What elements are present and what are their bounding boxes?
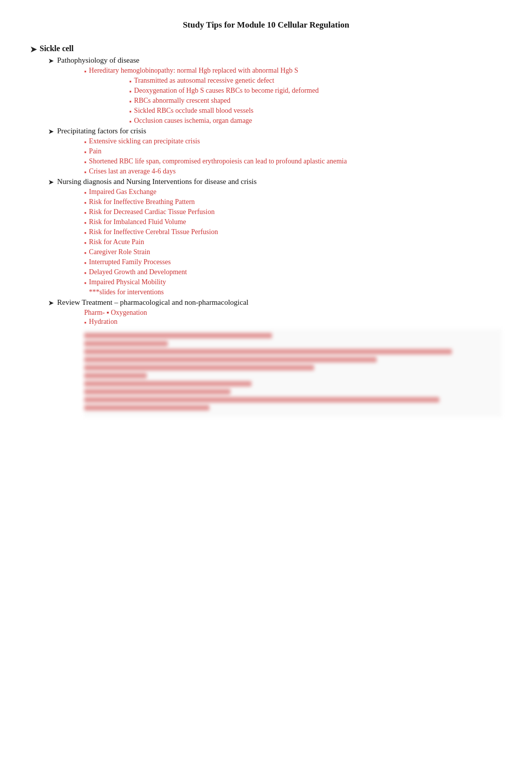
item-text: Delayed Growth and Development — [89, 268, 187, 276]
pharm-text: Pharm- ▪ Oxygenation — [84, 309, 147, 317]
list-item: ▪ RBCs abnormally crescent shaped — [129, 97, 502, 106]
list-item: ▪ Risk for Ineffective Cerebral Tissue P… — [84, 228, 502, 237]
item-text: RBCs abnormally crescent shaped — [134, 97, 230, 105]
l3-group-patho: ▪ Hereditary hemoglobinopathy: normal Hg… — [84, 67, 502, 126]
l2-item-treatment: ➤ Review Treatment – pharmacological and… — [48, 298, 502, 307]
page-container: Study Tips for Module 10 Cellular Regula… — [30, 20, 502, 417]
item-text: Hydration — [89, 318, 118, 326]
page-title: Study Tips for Module 10 Cellular Regula… — [30, 20, 502, 30]
bullet-icon: ▪ — [84, 68, 87, 76]
l1-label-sickle-cell: Sickle cell — [40, 44, 74, 53]
bullet-icon: ▪ — [84, 259, 87, 267]
subsection-patho: ➤ Pathophysiology of disease ▪ Hereditar… — [48, 56, 502, 126]
item-text: Impaired Gas Exchange — [89, 188, 157, 196]
l3-group-treatment: Pharm- ▪ Oxygenation ▪ Hydration — [84, 309, 502, 327]
subsection-treatment: ➤ Review Treatment – pharmacological and… — [48, 298, 502, 417]
list-item: ▪ Crises last an average 4-6 days — [84, 167, 502, 176]
arrow-icon-l1: ➤ — [30, 45, 37, 54]
l1-item-sickle-cell: ➤ Sickle cell — [30, 44, 502, 54]
bullet-icon: ▪ — [84, 148, 87, 156]
l4-group-patho: ▪ Transmitted as autosomal recessive gen… — [129, 77, 502, 126]
item-text: Risk for Ineffective Cerebral Tissue Per… — [89, 228, 218, 236]
item-text: Risk for Decreased Cardiac Tissue Perfus… — [89, 208, 215, 216]
list-item: ▪ Risk for Acute Pain — [84, 238, 502, 247]
bullet-icon: ▪ — [84, 239, 87, 247]
blurred-content — [84, 329, 502, 417]
item-text: Extensive sickling can precipitate crisi… — [89, 137, 200, 145]
bullet-icon: ▪ — [84, 189, 87, 197]
bullet-icon: ▪ — [84, 279, 87, 287]
list-item: ▪ Sickled RBCs occlude small blood vesse… — [129, 107, 502, 116]
bullet-icon: ▪ — [129, 88, 132, 96]
list-item: ▪ Shortened RBC life span, compromised e… — [84, 157, 502, 166]
bullet-icon: ▪ — [84, 269, 87, 277]
l2-label-treatment: Review Treatment – pharmacological and n… — [57, 298, 248, 307]
item-text: Pain — [89, 147, 102, 155]
bullet-icon: ▪ — [84, 199, 87, 207]
list-item: ▪ Impaired Gas Exchange — [84, 188, 502, 197]
bullet-icon: ▪ — [129, 108, 132, 116]
arrow-icon-l2-patho: ➤ — [48, 57, 54, 65]
l2-item-patho: ➤ Pathophysiology of disease — [48, 56, 502, 65]
list-item: ▪ Risk for Decreased Cardiac Tissue Perf… — [84, 208, 502, 217]
l2-label-precipitating: Precipitating factors for crisis — [57, 127, 146, 135]
l2-label-patho: Pathophysiology of disease — [57, 56, 139, 65]
item-text: Impaired Physical Mobility — [89, 278, 166, 286]
item-text: Risk for Imbalanced Fluid Volume — [89, 218, 186, 226]
bullet-icon: ▪ — [84, 209, 87, 217]
list-item: ▪ Interrupted Family Processes — [84, 258, 502, 267]
l2-item-precipitating: ➤ Precipitating factors for crisis — [48, 127, 502, 136]
l3-group-nursing: ▪ Impaired Gas Exchange ▪ Risk for Ineff… — [84, 188, 502, 297]
item-text: Risk for Ineffective Breathing Pattern — [89, 198, 195, 206]
subsection-precipitating: ➤ Precipitating factors for crisis ▪ Ext… — [48, 127, 502, 176]
bullet-icon: ▪ — [84, 249, 87, 257]
item-text: Hereditary hemoglobinopathy: normal Hgb … — [89, 67, 299, 75]
item-text: Shortened RBC life span, compromised ery… — [89, 157, 347, 165]
bullet-icon: ▪ — [84, 138, 87, 146]
list-item: ▪ Extensive sickling can precipitate cri… — [84, 137, 502, 146]
list-item: ▪ Deoxygenation of Hgb S causes RBCs to … — [129, 87, 502, 96]
bullet-icon: ▪ — [84, 219, 87, 227]
bullet-icon: ▪ — [84, 319, 87, 327]
bullet-icon: ▪ — [84, 229, 87, 237]
item-text: Occlusion causes ischemia, organ damage — [134, 117, 252, 125]
section-sickle-cell: ➤ Sickle cell ➤ Pathophysiology of disea… — [30, 44, 502, 417]
arrow-icon-l2-nursing: ➤ — [48, 178, 54, 186]
list-item: ▪ Pain — [84, 147, 502, 156]
list-item: ▪ Hereditary hemoglobinopathy: normal Hg… — [84, 67, 502, 76]
l2-label-nursing: Nursing diagnosis and Nursing Interventi… — [57, 177, 256, 186]
arrow-icon-l2-precip: ➤ — [48, 127, 54, 136]
list-item: ▪ Occlusion causes ischemia, organ damag… — [129, 117, 502, 126]
stars-note: ***slides for interventions — [89, 288, 164, 296]
item-text: Sickled RBCs occlude small blood vessels — [134, 107, 253, 115]
item-text: Crises last an average 4-6 days — [89, 167, 176, 175]
bullet-icon: ▪ — [129, 118, 132, 126]
list-item: ▪ Impaired Physical Mobility — [84, 278, 502, 287]
list-item: ▪ Risk for Imbalanced Fluid Volume — [84, 218, 502, 227]
subsection-nursing: ➤ Nursing diagnosis and Nursing Interven… — [48, 177, 502, 297]
bullet-icon: ▪ — [84, 158, 87, 166]
list-item: ▪ Transmitted as autosomal recessive gen… — [129, 77, 502, 86]
list-item-pharm: Pharm- ▪ Oxygenation — [84, 309, 502, 317]
item-text: Risk for Acute Pain — [89, 238, 144, 246]
l3-group-precip: ▪ Extensive sickling can precipitate cri… — [84, 137, 502, 176]
item-text: Caregiver Role Strain — [89, 248, 150, 256]
item-text: Deoxygenation of Hgb S causes RBCs to be… — [134, 87, 319, 95]
arrow-icon-l2-treatment: ➤ — [48, 299, 54, 307]
item-text: Interrupted Family Processes — [89, 258, 171, 266]
list-item-hydration: ▪ Hydration — [84, 318, 502, 327]
bullet-icon: ▪ — [129, 78, 132, 86]
bullet-icon: ▪ — [84, 168, 87, 176]
list-item-stars: ▪ ***slides for interventions — [84, 288, 502, 297]
bullet-icon: ▪ — [129, 98, 132, 106]
list-item: ▪ Risk for Ineffective Breathing Pattern — [84, 198, 502, 207]
list-item: ▪ Caregiver Role Strain — [84, 248, 502, 257]
l2-item-nursing: ➤ Nursing diagnosis and Nursing Interven… — [48, 177, 502, 186]
list-item: ▪ Delayed Growth and Development — [84, 268, 502, 277]
item-text: Transmitted as autosomal recessive genet… — [134, 77, 275, 85]
